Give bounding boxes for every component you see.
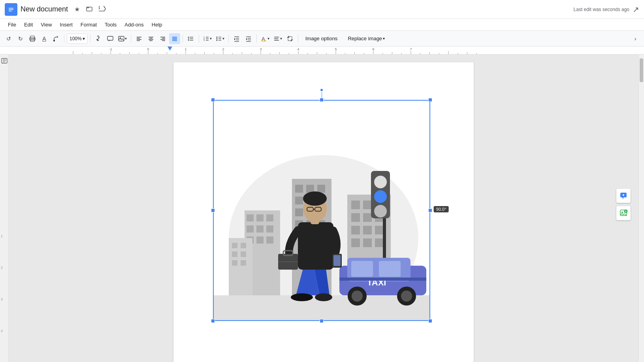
link-button[interactable] bbox=[93, 33, 104, 44]
divider4 bbox=[183, 35, 183, 43]
svg-rect-128 bbox=[298, 222, 333, 270]
bullet-list-dropdown[interactable]: ▾ bbox=[214, 33, 226, 44]
menu-insert[interactable]: Insert bbox=[56, 20, 76, 29]
svg-rect-75 bbox=[256, 236, 264, 244]
image-dropdown[interactable]: ▾ bbox=[117, 33, 128, 44]
resize-handle-tl[interactable] bbox=[211, 98, 215, 102]
svg-rect-99 bbox=[375, 226, 384, 234]
svg-rect-70 bbox=[266, 214, 273, 221]
svg-point-136 bbox=[303, 191, 327, 206]
divider1 bbox=[64, 35, 64, 43]
image-container[interactable]: 90.0° bbox=[213, 100, 430, 321]
svg-point-146 bbox=[621, 212, 623, 213]
svg-rect-92 bbox=[363, 201, 372, 209]
left-indent-marker[interactable] bbox=[168, 47, 172, 51]
svg-point-114 bbox=[374, 205, 387, 218]
replace-image-arrow: ▾ bbox=[383, 36, 385, 41]
svg-rect-80 bbox=[317, 185, 325, 193]
svg-rect-97 bbox=[351, 226, 360, 234]
vertical-ruler: 1 2 3 4 bbox=[1, 54, 3, 362]
left-sidebar: 1 2 3 4 bbox=[0, 54, 9, 362]
align-justify-button[interactable] bbox=[169, 33, 180, 44]
svg-rect-119 bbox=[379, 261, 401, 277]
star-icon[interactable]: ★ bbox=[73, 4, 81, 15]
scrollbar-right[interactable] bbox=[638, 54, 644, 362]
svg-rect-94 bbox=[351, 213, 360, 222]
crop-button[interactable] bbox=[284, 33, 296, 44]
folder-icon bbox=[85, 4, 94, 15]
image-dropdown-arrow: ▾ bbox=[125, 36, 127, 41]
resize-handle-ml[interactable] bbox=[211, 208, 215, 212]
main-area: 1 2 3 4 bbox=[0, 54, 644, 362]
svg-rect-95 bbox=[363, 213, 372, 222]
print-button[interactable] bbox=[27, 33, 38, 44]
svg-rect-10 bbox=[107, 36, 113, 40]
resize-handle-mr[interactable] bbox=[428, 208, 432, 212]
menu-tools[interactable]: Tools bbox=[102, 20, 120, 29]
menu-file[interactable]: File bbox=[5, 20, 19, 29]
svg-rect-1 bbox=[9, 8, 13, 9]
doc-title[interactable]: New document bbox=[21, 5, 68, 13]
resize-handle-br[interactable] bbox=[428, 319, 432, 323]
svg-rect-102 bbox=[375, 238, 384, 247]
comment-button[interactable] bbox=[105, 33, 116, 44]
resize-handle-bl[interactable] bbox=[211, 319, 215, 323]
resize-handle-tr[interactable] bbox=[428, 98, 432, 102]
redo-button[interactable]: ↻ bbox=[15, 33, 26, 44]
divider7 bbox=[256, 35, 257, 43]
right-panel bbox=[616, 189, 631, 220]
resize-handle-tc[interactable] bbox=[320, 98, 324, 102]
svg-rect-3 bbox=[9, 11, 12, 11]
decrease-indent-button[interactable] bbox=[231, 33, 242, 44]
format-paragraph-dropdown[interactable]: ▾ bbox=[272, 33, 284, 44]
highlight-dropdown[interactable]: A ▾ bbox=[259, 33, 271, 44]
divider3 bbox=[131, 35, 131, 43]
svg-rect-107 bbox=[241, 251, 246, 257]
edit-alt-text-float-button[interactable] bbox=[616, 206, 631, 220]
image-options-button[interactable]: Image options bbox=[301, 33, 343, 44]
svg-rect-72 bbox=[256, 225, 264, 233]
menu-view[interactable]: View bbox=[38, 20, 55, 29]
spellcheck-button[interactable]: A bbox=[39, 33, 50, 44]
doc-area[interactable]: 90.0° bbox=[9, 54, 638, 362]
scrollbar-thumb[interactable] bbox=[640, 58, 643, 82]
menu-format[interactable]: Format bbox=[77, 20, 100, 29]
overflow-button[interactable]: › bbox=[630, 33, 641, 44]
svg-point-113 bbox=[374, 190, 387, 203]
svg-rect-73 bbox=[266, 225, 273, 233]
menu-help[interactable]: Help bbox=[149, 20, 166, 29]
svg-point-124 bbox=[401, 291, 412, 302]
svg-rect-100 bbox=[351, 238, 360, 247]
svg-rect-106 bbox=[232, 251, 237, 257]
add-comment-float-button[interactable] bbox=[616, 189, 631, 203]
svg-rect-133 bbox=[333, 255, 341, 266]
divider8 bbox=[298, 35, 298, 43]
menu-addons[interactable]: Add-ons bbox=[121, 20, 147, 29]
align-left-button[interactable] bbox=[134, 33, 145, 44]
replace-image-button[interactable]: Replace image ▾ bbox=[343, 33, 390, 44]
menu-edit[interactable]: Edit bbox=[21, 20, 36, 29]
zoom-arrow: ▾ bbox=[83, 36, 85, 41]
rotation-handle[interactable] bbox=[320, 88, 324, 92]
align-center-button[interactable] bbox=[145, 33, 156, 44]
line-spacing-button[interactable] bbox=[185, 33, 196, 44]
svg-rect-76 bbox=[266, 236, 273, 244]
title-right: Last edit was seconds ago ↗ bbox=[574, 5, 639, 14]
increase-indent-button[interactable] bbox=[243, 33, 254, 44]
svg-rect-98 bbox=[363, 226, 372, 234]
svg-rect-69 bbox=[256, 214, 264, 221]
paint-format-button[interactable] bbox=[51, 33, 62, 44]
svg-point-112 bbox=[374, 176, 387, 188]
trend-icon: ↗ bbox=[633, 5, 639, 14]
doc-page[interactable]: 90.0° bbox=[173, 62, 474, 362]
svg-rect-108 bbox=[232, 260, 237, 266]
svg-rect-105 bbox=[241, 243, 246, 248]
zoom-selector[interactable]: 100% ▾ bbox=[67, 34, 88, 44]
svg-point-140 bbox=[291, 293, 313, 301]
svg-rect-71 bbox=[247, 225, 254, 233]
last-edit-text: Last edit was seconds ago bbox=[574, 7, 629, 12]
undo-button[interactable]: ↺ bbox=[3, 33, 14, 44]
resize-handle-bc[interactable] bbox=[320, 319, 324, 323]
align-right-button[interactable] bbox=[157, 33, 168, 44]
numbered-list-dropdown[interactable]: 1 2 3 ▾ bbox=[201, 33, 213, 44]
